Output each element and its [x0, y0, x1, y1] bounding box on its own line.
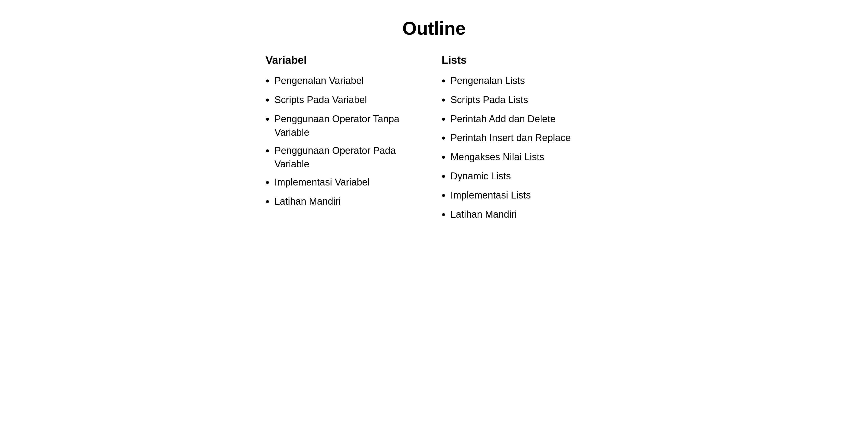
page-container: Outline Variabel Pengenalan Variabel Scr…: [255, 10, 613, 226]
variabel-heading: Variabel: [266, 54, 426, 66]
lists-section: Lists Pengenalan Lists Scripts Pada List…: [442, 54, 602, 226]
list-item: Scripts Pada Lists: [442, 93, 602, 108]
list-item-text: Penggunaan Operator Pada Variable: [275, 144, 426, 171]
list-item: Penggunaan Operator Tanpa Variable: [266, 112, 426, 139]
page-title: Outline: [255, 10, 613, 39]
list-item-text: Mengakses Nilai Lists: [451, 150, 602, 164]
list-item: Latihan Mandiri: [442, 208, 602, 222]
list-item: Implementasi Lists: [442, 189, 602, 203]
lists-heading: Lists: [442, 54, 602, 66]
variabel-list: Pengenalan Variabel Scripts Pada Variabe…: [266, 74, 426, 209]
list-item: Mengakses Nilai Lists: [442, 150, 602, 165]
list-item-text: Implementasi Variabel: [275, 176, 426, 189]
list-item-text: Pengenalan Lists: [451, 74, 602, 88]
list-item: Perintah Insert dan Replace: [442, 131, 602, 146]
list-item-text: Perintah Insert dan Replace: [451, 131, 602, 145]
list-item-text: Penggunaan Operator Tanpa Variable: [275, 112, 426, 139]
variabel-section: Variabel Pengenalan Variabel Scripts Pad…: [266, 54, 426, 226]
list-item: Scripts Pada Variabel: [266, 93, 426, 108]
list-item-text: Scripts Pada Lists: [451, 93, 602, 107]
list-item-text: Pengenalan Variabel: [275, 74, 426, 88]
list-item: Pengenalan Lists: [442, 74, 602, 89]
list-item-text: Latihan Mandiri: [275, 195, 426, 208]
list-item-text: Dynamic Lists: [451, 169, 602, 183]
list-item-text: Scripts Pada Variabel: [275, 93, 426, 107]
list-item-text: Latihan Mandiri: [451, 208, 602, 221]
list-item: Latihan Mandiri: [266, 195, 426, 209]
content-grid: Variabel Pengenalan Variabel Scripts Pad…: [255, 54, 613, 226]
list-item-text: Implementasi Lists: [451, 189, 602, 202]
list-item: Implementasi Variabel: [266, 176, 426, 190]
list-item: Penggunaan Operator Pada Variable: [266, 144, 426, 171]
lists-list: Pengenalan Lists Scripts Pada Lists Peri…: [442, 74, 602, 222]
list-item: Dynamic Lists: [442, 169, 602, 184]
list-item: Pengenalan Variabel: [266, 74, 426, 89]
list-item: Perintah Add dan Delete: [442, 112, 602, 127]
list-item-text: Perintah Add dan Delete: [451, 112, 602, 126]
